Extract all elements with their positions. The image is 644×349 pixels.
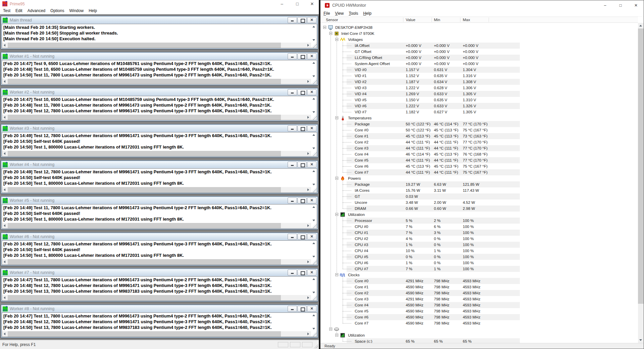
hwmonitor-menu-view[interactable]: View	[333, 10, 346, 17]
minimize-icon[interactable]	[288, 53, 297, 59]
column-separator[interactable]	[432, 17, 432, 22]
scroll-up-icon[interactable]	[312, 278, 315, 280]
sensor-row[interactable]: Core #050 °C (122 °F)45 °C (113 °F)75 °C…	[320, 127, 638, 133]
sensor-row[interactable]: CPU #31 %0 %100 %	[320, 242, 638, 248]
sensor-row[interactable]: CPU #17 %3 %100 %	[320, 230, 638, 236]
sensor-row[interactable]: LLC/Ring Offset+0.000 V+0.000 V+0.000 V	[320, 55, 638, 61]
sensor-row[interactable]: CPU #77 %1 %100 %	[320, 266, 638, 272]
prime95-menu-edit[interactable]: Edit	[13, 8, 25, 14]
restore-icon[interactable]	[297, 306, 307, 312]
scroll-right-icon[interactable]	[305, 259, 311, 265]
vertical-scrollbar[interactable]	[638, 23, 644, 343]
sensor-row[interactable]: VID #41.269 V0.633 V1.305 V	[320, 91, 638, 97]
scroll-down-icon[interactable]	[312, 75, 315, 77]
close-icon[interactable]	[307, 306, 316, 312]
scrollbar-thumb[interactable]	[8, 115, 281, 120]
sensor-group-row[interactable]: Temperatures	[320, 115, 638, 121]
scroll-right-icon[interactable]	[305, 79, 311, 84]
sensor-row[interactable]: CPU #410 %1 %100 %	[320, 248, 638, 254]
sensor-row[interactable]: Space (c:)65 %65 %65 %	[320, 338, 638, 343]
resize-grip[interactable]	[311, 187, 317, 192]
sensor-row[interactable]: Core #54590 MHz798 MHz4593 MHz	[320, 308, 638, 314]
scroll-left-icon[interactable]	[2, 79, 8, 84]
scroll-down-icon[interactable]	[312, 292, 315, 293]
hwmonitor-menu-file[interactable]: File	[321, 10, 333, 17]
sensor-group-row[interactable]: Clocks	[320, 272, 638, 278]
minimize-icon[interactable]	[288, 197, 297, 203]
sensor-row[interactable]: CPU #07 %6 %100 %	[320, 224, 638, 230]
sensor-row[interactable]: Core #04291 MHz798 MHz4593 MHz	[320, 278, 638, 284]
scroll-left-icon[interactable]	[2, 115, 8, 120]
sensor-row[interactable]: VID #61.222 V0.633 V1.326 V	[320, 103, 638, 109]
sensor-row[interactable]: Package19.27 W6.63 W121.85 W	[320, 181, 638, 187]
sensor-group-row[interactable]: Voltages	[320, 37, 638, 43]
sensor-row[interactable]: VID #01.157 V0.631 V1.304 V	[320, 67, 638, 73]
worker-titlebar[interactable]: P2-1Worker #2 - Not running	[2, 89, 317, 96]
scroll-right-icon[interactable]	[305, 115, 311, 120]
sensor-row[interactable]: DRAM0.66 W0.60 W2.98 W	[320, 206, 638, 212]
sensor-group-row[interactable]: DESKTOP-EMP2H38	[320, 24, 638, 31]
minimize-icon[interactable]	[288, 89, 297, 95]
worker-titlebar[interactable]: P2-1Worker #4 - Not running	[2, 161, 317, 168]
scroll-right-icon[interactable]	[305, 223, 311, 228]
scroll-right-icon[interactable]	[305, 187, 311, 192]
worker-horizontal-scrollbar[interactable]	[2, 187, 311, 192]
worker-vertical-scrollbar[interactable]	[311, 60, 317, 79]
scroll-up-icon[interactable]	[639, 25, 642, 26]
sensor-row[interactable]: CPU #61 %0 %100 %	[320, 260, 638, 266]
scroll-right-icon[interactable]	[305, 43, 311, 48]
worker-vertical-scrollbar[interactable]	[311, 205, 317, 223]
sensor-row[interactable]: Core #344 °C (111 °F)44 °C (111 °F)77 °C…	[320, 145, 638, 151]
worker-vertical-scrollbar[interactable]	[311, 96, 317, 115]
scroll-up-icon[interactable]	[312, 134, 315, 136]
scroll-down-icon[interactable]	[639, 339, 642, 341]
collapse-toggle-icon[interactable]	[323, 26, 326, 29]
worker-titlebar[interactable]: P2-1Worker #8 - Not running	[2, 305, 317, 312]
scroll-left-icon[interactable]	[2, 331, 8, 337]
resize-grip[interactable]	[311, 259, 317, 265]
sensor-row[interactable]: Core #64590 MHz798 MHz4593 MHz	[320, 314, 638, 320]
scrollbar-thumb[interactable]	[8, 79, 281, 84]
worker-titlebar[interactable]: P2-1Worker #1 - Not running	[2, 53, 317, 60]
close-icon[interactable]	[307, 17, 316, 23]
prime95-menu-test[interactable]: Test	[1, 8, 13, 14]
worker-titlebar[interactable]: P2-1Worker #5 - Not running	[2, 197, 317, 204]
sensor-row[interactable]: GT Offset+0.000 V+0.000 V+0.000 V	[320, 49, 638, 55]
sensor-row[interactable]: Core #44590 MHz798 MHz4593 MHz	[320, 302, 638, 308]
scroll-left-icon[interactable]	[2, 43, 8, 48]
restore-icon[interactable]	[297, 125, 307, 131]
worker-vertical-scrollbar[interactable]	[311, 241, 317, 259]
resize-grip[interactable]	[311, 43, 317, 48]
sensor-row[interactable]: Core #14590 MHz798 MHz4593 MHz	[320, 284, 638, 290]
scroll-right-icon[interactable]	[305, 331, 311, 337]
worker-titlebar[interactable]: P2-1Main thread	[2, 17, 317, 24]
scroll-up-icon[interactable]	[312, 314, 315, 316]
worker-horizontal-scrollbar[interactable]	[2, 331, 311, 337]
worker-vertical-scrollbar[interactable]	[311, 277, 317, 295]
minimize-icon[interactable]	[288, 125, 297, 131]
resize-grip[interactable]	[311, 151, 317, 156]
sensor-group-row[interactable]: Utilization	[320, 212, 638, 218]
sensor-row[interactable]: IA Offset+0.000 V+0.000 V+0.000 V	[320, 43, 638, 49]
sensor-row[interactable]: Core #244 °C (111 °F)44 °C (111 °F)77 °C…	[320, 139, 638, 145]
restore-icon[interactable]	[297, 162, 307, 168]
resize-grip[interactable]	[313, 344, 318, 348]
sensor-row[interactable]: IA Cores15.76 W3.11 W117.43 W	[320, 187, 638, 193]
sensor-row[interactable]: Core #74590 MHz798 MHz4593 MHz	[320, 320, 638, 326]
scroll-up-icon[interactable]	[312, 26, 315, 27]
scrollbar-thumb[interactable]	[638, 28, 644, 304]
resize-grip[interactable]	[311, 79, 317, 84]
prime95-menu-window[interactable]: Window	[67, 8, 86, 14]
sensor-group-row[interactable]: Intel Core i7 9700K	[320, 31, 638, 37]
close-icon[interactable]	[307, 270, 316, 276]
sensor-group-row[interactable]: Powers	[320, 175, 638, 181]
minimize-icon[interactable]	[288, 270, 297, 276]
scroll-down-icon[interactable]	[312, 256, 315, 257]
worker-horizontal-scrollbar[interactable]	[2, 259, 311, 265]
restore-icon[interactable]	[297, 89, 307, 95]
restore-icon[interactable]	[297, 17, 307, 23]
sensor-row[interactable]: Uncore3.48 W2.00 W4.52 W	[320, 199, 638, 206]
sensor-row[interactable]: VID #51.150 V0.635 V1.310 V	[320, 97, 638, 103]
hwmonitor-menu-help[interactable]: Help	[361, 10, 374, 17]
sensor-row[interactable]: Core #145 °C (113 °F)45 °C (113 °F)73 °C…	[320, 133, 638, 139]
